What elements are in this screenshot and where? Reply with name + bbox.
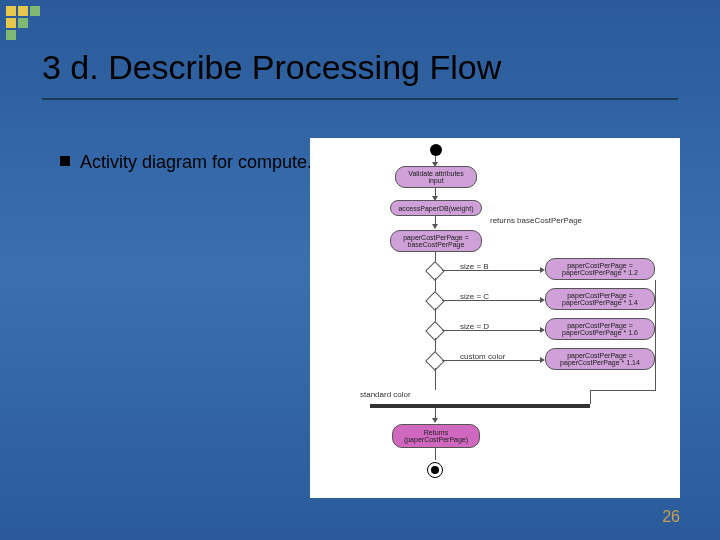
bullet-marker bbox=[60, 156, 70, 166]
page-number: 26 bbox=[662, 508, 680, 526]
mult12-node: paperCostPerPage = paperCostPerPage * 1.… bbox=[545, 258, 655, 280]
slide-title: 3 d. Describe Processing Flow bbox=[42, 48, 501, 87]
validate-node: Validate attributes input bbox=[395, 166, 477, 188]
join-bar bbox=[370, 404, 590, 408]
standard-color-label: standard color bbox=[360, 390, 411, 399]
title-divider bbox=[42, 98, 678, 100]
end-node bbox=[427, 462, 443, 478]
corner-squares bbox=[6, 6, 40, 40]
access-node: accessPaperDB(weight) bbox=[390, 200, 482, 216]
mult16-node: paperCostPerPage = paperCostPerPage * 1.… bbox=[545, 318, 655, 340]
activity-diagram: Validate attributes input accessPaperDB(… bbox=[310, 138, 680, 498]
mult14-node: paperCostPerPage = paperCostPerPage * 1.… bbox=[545, 288, 655, 310]
mult114-node: paperCostPerPage = paperCostPerPage * 1.… bbox=[545, 348, 655, 370]
returns-base-label: returns baseCostPerPage bbox=[490, 216, 582, 225]
start-node bbox=[430, 144, 442, 156]
return-node: Returns (paperCostPerPage) bbox=[392, 424, 480, 448]
assign-base-node: paperCostPerPage = baseCostPerPage bbox=[390, 230, 482, 252]
